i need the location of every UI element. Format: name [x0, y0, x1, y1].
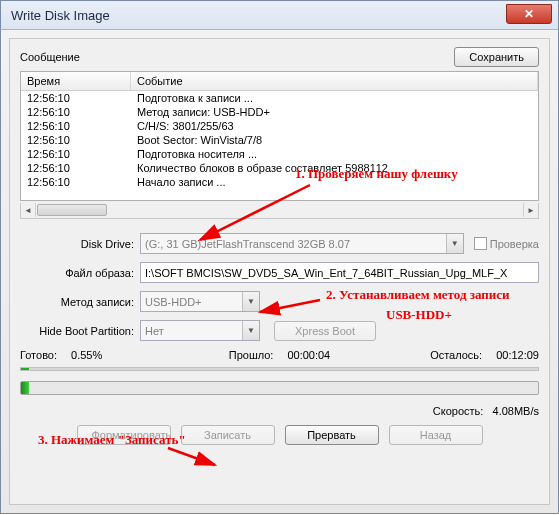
close-icon: ✕	[524, 8, 534, 20]
window-titlebar[interactable]: Write Disk Image ✕	[0, 0, 559, 30]
table-row: 12:56:10Количество блоков в образе соста…	[21, 161, 538, 175]
table-row: 12:56:10Подготовка носителя ...	[21, 147, 538, 161]
write-method-combo[interactable]: USB-HDD+ ▼	[140, 291, 260, 312]
disk-drive-value: (G:, 31 GB)JetFlashTranscend 32GB 8.07	[145, 238, 350, 250]
window-frame: Сообщение Сохранить Время Событие 12:56:…	[0, 30, 559, 514]
table-row: 12:56:10C/H/S: 3801/255/63	[21, 119, 538, 133]
progress-bar-thin	[20, 367, 539, 371]
close-button[interactable]: ✕	[506, 4, 552, 24]
scroll-left-icon[interactable]: ◄	[21, 203, 36, 217]
table-row: 12:56:10Начало записи ...	[21, 175, 538, 189]
table-row: 12:56:10Подготовка к записи ...	[21, 91, 538, 105]
log-header: Время Событие	[21, 72, 538, 91]
image-file-input[interactable]	[145, 267, 534, 279]
message-label: Сообщение	[20, 51, 454, 63]
hide-boot-value: Нет	[145, 325, 164, 337]
table-row: 12:56:10Boot Sector: WinVista/7/8	[21, 133, 538, 147]
log-scrollbar[interactable]: ◄ ►	[20, 203, 539, 219]
disk-drive-combo[interactable]: (G:, 31 GB)JetFlashTranscend 32GB 8.07 ▼	[140, 233, 464, 254]
speed-value: 4.08MB/s	[493, 405, 539, 417]
write-method-label: Метод записи:	[20, 296, 140, 308]
checkbox-box	[474, 237, 487, 250]
progress-info-row: Готово:0.55% Прошло:00:00:04 Осталось:00…	[20, 349, 539, 361]
dialog-body: Сообщение Сохранить Время Событие 12:56:…	[9, 38, 550, 505]
image-file-field[interactable]	[140, 262, 539, 283]
scroll-right-icon[interactable]: ►	[523, 203, 538, 217]
progress-bar-main	[20, 381, 539, 395]
chevron-down-icon: ▼	[242, 321, 259, 340]
elapsed-val: 00:00:04	[287, 349, 330, 361]
verify-label: Проверка	[490, 238, 539, 250]
log-body: 12:56:10Подготовка к записи ... 12:56:10…	[21, 91, 538, 189]
remain-label: Осталось:	[430, 349, 482, 361]
done-pct: 0.55%	[71, 349, 102, 361]
speed-row: Скорость: 4.08MB/s	[20, 405, 539, 417]
table-row: 12:56:10Метод записи: USB-HDD+	[21, 105, 538, 119]
done-label: Готово:	[20, 349, 57, 361]
verify-checkbox[interactable]: Проверка	[474, 237, 539, 250]
chevron-down-icon: ▼	[446, 234, 463, 253]
log-table: Время Событие 12:56:10Подготовка к запис…	[20, 71, 539, 201]
window-title: Write Disk Image	[11, 8, 110, 23]
abort-button[interactable]: Прервать	[285, 425, 379, 445]
elapsed-label: Прошло:	[229, 349, 274, 361]
speed-label: Скорость:	[433, 405, 484, 417]
save-button[interactable]: Сохранить	[454, 47, 539, 67]
format-button: Форматировать	[77, 425, 171, 445]
image-file-label: Файл образа:	[20, 267, 140, 279]
disk-drive-label: Disk Drive:	[20, 238, 140, 250]
chevron-down-icon: ▼	[242, 292, 259, 311]
hide-boot-combo[interactable]: Нет ▼	[140, 320, 260, 341]
xpress-boot-button: Xpress Boot	[274, 321, 376, 341]
col-time-header[interactable]: Время	[21, 72, 131, 90]
scroll-thumb[interactable]	[37, 204, 107, 216]
write-method-value: USB-HDD+	[145, 296, 202, 308]
button-row: Форматировать Записать Прервать Назад	[20, 425, 539, 445]
back-button: Назад	[389, 425, 483, 445]
write-button: Записать	[181, 425, 275, 445]
remain-val: 00:12:09	[496, 349, 539, 361]
col-event-header[interactable]: Событие	[131, 72, 538, 90]
hide-boot-label: Hide Boot Partition:	[20, 325, 140, 337]
